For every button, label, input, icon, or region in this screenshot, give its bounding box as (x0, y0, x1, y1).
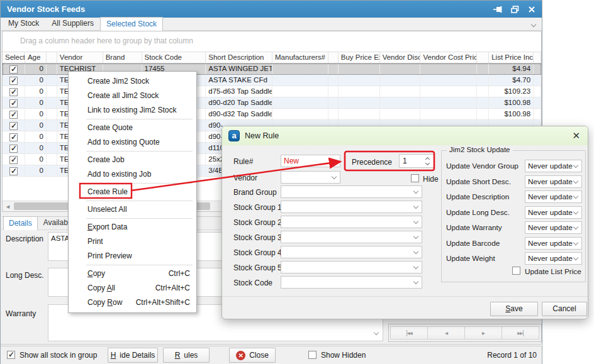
combobox-stock-group-1[interactable] (281, 201, 422, 213)
rules-button[interactable]: Rules (163, 348, 210, 363)
close-button[interactable]: ✕ Close (229, 348, 276, 363)
dialog-close-icon[interactable]: ✕ (571, 130, 581, 141)
select-cell[interactable] (3, 97, 25, 108)
select-cell[interactable] (3, 143, 25, 153)
row-select-checkbox[interactable] (9, 122, 18, 130)
column-header-blank[interactable] (328, 52, 339, 63)
select-cell[interactable] (3, 165, 25, 176)
select-cell[interactable] (3, 131, 25, 142)
select-cell[interactable] (3, 63, 25, 74)
menu-item-copy-all[interactable]: Copy AllCtrl+Alt+C (69, 281, 196, 295)
row-select-checkbox[interactable] (9, 65, 18, 74)
select-cell[interactable] (3, 75, 25, 85)
column-header-vendor-cost-price[interactable]: Vendor Cost Price (420, 52, 477, 63)
record-last-button[interactable]: ▸▸| (502, 326, 539, 339)
rule-number-field[interactable]: New (281, 155, 340, 167)
row-select-checkbox[interactable] (9, 111, 18, 119)
update-combobox-update-warranty[interactable]: Never update (525, 221, 582, 234)
cancel-button[interactable]: Cancel (542, 302, 587, 316)
chevron-down-icon (413, 249, 418, 254)
combobox-stock-code[interactable] (281, 276, 422, 289)
update-combobox-update-weight[interactable]: Never update (525, 252, 582, 265)
menu-item-copy-row[interactable]: Copy RowCtrl+Alt+Shift+C (69, 295, 196, 310)
show-all-stock-checkbox[interactable] (7, 351, 15, 359)
menu-item-create-jim2-stock[interactable]: Create Jim2 Stock (69, 74, 196, 89)
menu-item-print[interactable]: Print (69, 234, 196, 249)
column-header-blank[interactable] (534, 52, 541, 63)
save-button[interactable]: Save (490, 302, 538, 316)
record-previous-button[interactable]: ◂ (427, 326, 465, 339)
menu-item-create-quote[interactable]: Create Quote (69, 121, 196, 135)
select-cell[interactable] (3, 109, 25, 119)
scroll-down-icon[interactable] (372, 329, 382, 339)
stepper-arrows-icon[interactable] (424, 155, 432, 167)
precedence-stepper[interactable]: 1 (399, 154, 434, 168)
row-select-checkbox[interactable] (9, 167, 18, 175)
tab-all-suppliers[interactable]: All Suppliers (45, 16, 100, 30)
column-header-vendor-disc-[interactable]: Vendor Disc. (380, 52, 421, 63)
update-combobox-update-vendor-group[interactable]: Never update (525, 160, 582, 172)
menu-item-create-job[interactable]: Create Job (69, 153, 196, 167)
column-header-buy-price-ex-[interactable]: Buy Price Ex. (339, 52, 380, 63)
combobox-stock-group-3[interactable] (281, 231, 422, 243)
update-combobox-update-short-desc-[interactable]: Never update (525, 175, 582, 188)
pin-icon[interactable] (493, 6, 502, 13)
update-label-update-long-desc-: Update Long Desc. (446, 208, 510, 217)
select-cell[interactable] (3, 120, 25, 131)
menu-item-link-to-existing-jim2-stock[interactable]: Link to existing Jim2 Stock (69, 103, 196, 118)
menu-item-export-data[interactable]: Export Data (69, 220, 196, 234)
update-combobox-update-description[interactable]: Never update (525, 190, 582, 203)
menu-item-print-preview[interactable]: Print Preview (69, 249, 196, 263)
row-select-checkbox[interactable] (9, 156, 18, 164)
combobox-stock-group-2[interactable] (281, 216, 422, 228)
column-header-list-price-inc-[interactable]: List Price Inc. (489, 52, 534, 63)
column-header-vendor[interactable]: Vendor (57, 52, 103, 63)
details-tab-details[interactable]: Details (3, 216, 38, 230)
menu-item-label: Export Data (87, 220, 127, 234)
column-header-manufacturers-[interactable]: Manufacturers# (272, 52, 328, 63)
menu-item-copy[interactable]: CopyCtrl+C (69, 267, 196, 281)
hide-details-button[interactable]: Hide Details (108, 348, 158, 363)
row-select-checkbox[interactable] (9, 99, 18, 108)
row-select-checkbox[interactable] (9, 133, 18, 141)
restore-window-icon[interactable] (511, 6, 519, 13)
combobox-brand-group[interactable] (281, 185, 422, 198)
close-window-icon[interactable] (528, 6, 535, 13)
menu-item-add-to-existing-quote[interactable]: Add to existing Quote (69, 135, 196, 150)
menu-item-create-all-jim2-stock[interactable]: Create all Jim2 Stock (69, 89, 196, 103)
tab-my-stock[interactable]: My Stock (2, 16, 45, 30)
record-next-button[interactable]: ▸ (464, 326, 502, 339)
combobox-stock-group-4[interactable] (281, 246, 422, 258)
column-header-blank[interactable] (477, 52, 489, 63)
column-header-brand[interactable]: Brand (103, 52, 142, 63)
column-header-stock-code[interactable]: Stock Code (142, 52, 206, 63)
row-select-checkbox[interactable] (9, 77, 18, 85)
menu-item-add-to-existing-job[interactable]: Add to existing Job (69, 167, 196, 182)
statusbar: Show all stock in group Hide Details Rul… (1, 346, 542, 364)
record-first-button[interactable]: |◂◂ (390, 326, 428, 339)
column-header-age[interactable]: Age (25, 52, 47, 63)
tab-list-dropdown-icon[interactable] (532, 23, 538, 28)
column-header-blank[interactable] (47, 52, 57, 63)
vendor-combobox[interactable] (281, 171, 340, 184)
menu-item-label: Print (87, 234, 103, 249)
scroll-left-icon[interactable]: ◂ (3, 201, 13, 211)
row-select-checkbox[interactable] (9, 145, 18, 153)
update-combobox-update-barcode[interactable]: Never update (525, 237, 582, 250)
select-cell[interactable] (3, 86, 25, 97)
select-cell[interactable] (3, 154, 25, 165)
combobox-stock-group-5[interactable] (281, 261, 422, 273)
buy-price-cell (339, 109, 380, 119)
column-header-short-description[interactable]: Short Description (206, 52, 272, 63)
row-select-checkbox[interactable] (9, 88, 18, 96)
menu-item-unselect-all[interactable]: Unselect All (69, 202, 196, 217)
update-list-price-checkbox[interactable] (512, 267, 520, 275)
tab-selected-stock[interactable]: Selected Stock (100, 17, 163, 31)
show-hidden-checkbox[interactable] (308, 351, 317, 359)
column-header-select[interactable]: Select (3, 52, 25, 63)
list-price-cell: $100.98 (489, 109, 534, 119)
hide-checkbox[interactable] (411, 174, 419, 182)
menu-item-create-rule[interactable]: Create Rule (69, 185, 196, 199)
update-combobox-update-long-desc-[interactable]: Never update (525, 206, 582, 219)
details-label-warranty: Warranty (6, 309, 36, 318)
